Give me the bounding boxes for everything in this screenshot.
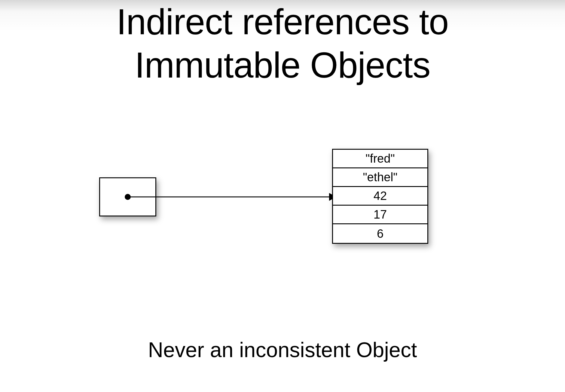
object-row: 6 [333,224,427,243]
immutable-object-table: "fred" "ethel" 42 17 6 [332,149,428,244]
object-row: "ethel" [333,168,427,187]
footer-caption: Never an inconsistent Object [0,338,565,362]
title-line-1: Indirect references to [0,0,565,43]
object-row: 42 [333,187,427,206]
title-line-2: Immutable Objects [0,43,565,87]
slide-title: Indirect references to Immutable Objects [0,0,565,87]
diagram: "fred" "ethel" 42 17 6 [0,141,565,277]
arrow-icon [126,189,343,207]
object-row: "fred" [333,150,427,168]
object-row: 17 [333,206,427,224]
